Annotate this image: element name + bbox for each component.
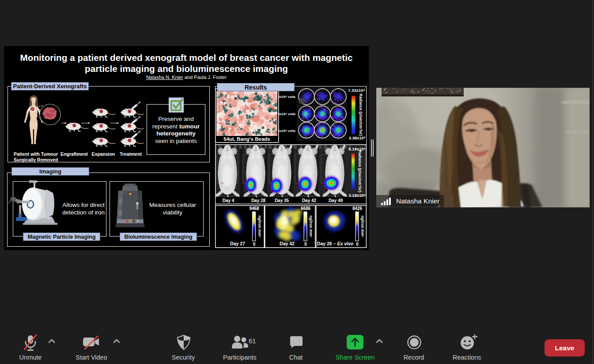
svg-text:Day 4: Day 4 [223, 198, 235, 203]
svg-text:3.38x10³: 3.38x10³ [348, 135, 365, 140]
svg-text:7.33x10⁴: 7.33x10⁴ [348, 88, 365, 93]
svg-text:6x10⁵ cells: 6x10⁵ cells [278, 112, 295, 116]
svg-text:1x10⁶ cells: 1x10⁶ cells [278, 129, 295, 133]
svg-text:Radiance (p/sec/cm²/sr): Radiance (p/sec/cm²/sr) [358, 150, 362, 192]
svg-text:ng/iron mm³: ng/iron mm³ [360, 215, 365, 237]
svg-text:6686: 6686 [301, 206, 311, 211]
svg-text:54uL Bang's Beads: 54uL Bang's Beads [223, 136, 270, 142]
svg-text:Day 27: Day 27 [230, 241, 245, 246]
svg-text:0: 0 [253, 242, 256, 247]
svg-text:6.19x10⁶: 6.19x10⁶ [348, 146, 366, 151]
svg-text:0: 0 [356, 242, 359, 247]
svg-text:9468: 9468 [249, 206, 259, 211]
svg-text:Day 42: Day 42 [280, 241, 295, 246]
svg-text:Radiance (p/sec/cm²/sr): Radiance (p/sec/cm²/sr) [359, 94, 363, 136]
svg-text:3.18x10⁵: 3.18x10⁵ [348, 193, 366, 198]
svg-text:0: 0 [304, 242, 307, 247]
svg-text:Day 26 – Ex vivo: Day 26 – Ex vivo [317, 241, 354, 246]
svg-text:Day 28: Day 28 [251, 198, 266, 203]
svg-text:ng/iron mm³: ng/iron mm³ [309, 215, 313, 237]
svg-text:Day 35: Day 35 [275, 198, 289, 203]
svg-text:2x10⁵ cells: 2x10⁵ cells [278, 95, 295, 99]
svg-text:8426: 8426 [352, 206, 363, 211]
svg-text:ng/iron mm³: ng/iron mm³ [257, 215, 262, 237]
svg-text:Day 42: Day 42 [302, 198, 317, 203]
svg-text:Day 49: Day 49 [329, 198, 343, 203]
